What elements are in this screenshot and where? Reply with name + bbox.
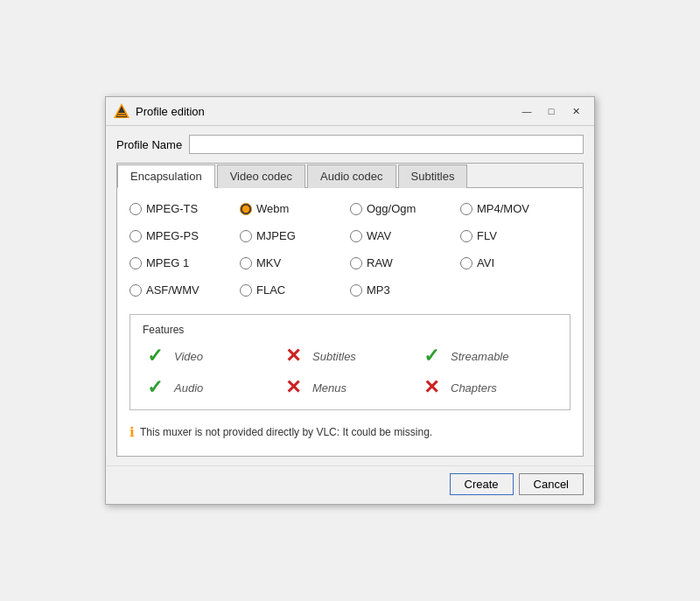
radio-raw[interactable]: RAW: [350, 256, 460, 269]
close-button[interactable]: ✕: [564, 102, 587, 120]
radio-webm[interactable]: Webm: [240, 202, 350, 215]
minimize-button[interactable]: —: [515, 102, 538, 120]
profile-edition-window: Profile edition — □ ✕ Profile Name Encap…: [105, 96, 595, 505]
radio-mpeg1[interactable]: MPEG 1: [130, 256, 240, 269]
video-check-icon: ✓: [143, 346, 167, 366]
radio-avi[interactable]: AVI: [460, 256, 570, 269]
streamable-check-icon: ✓: [419, 346, 444, 366]
window-title: Profile edition: [136, 105, 205, 118]
create-button[interactable]: Create: [450, 473, 514, 495]
cancel-button[interactable]: Cancel: [519, 473, 584, 495]
radio-placeholder: [460, 283, 570, 297]
radio-flac[interactable]: FLAC: [240, 283, 350, 297]
radio-mjpeg[interactable]: MJPEG: [240, 229, 350, 242]
subtitles-cross-icon: ✕: [281, 346, 305, 366]
profile-name-input[interactable]: [189, 135, 584, 154]
svg-rect-2: [118, 113, 125, 115]
titlebar: Profile edition — □ ✕: [106, 97, 594, 126]
main-content: Profile Name Encapsulation Video codec A…: [106, 126, 594, 465]
chapters-cross-icon: ✕: [419, 378, 444, 397]
features-grid: ✓ Video ✕ Subtitles: [143, 346, 557, 397]
radio-mpeg-ts[interactable]: MPEG-TS: [130, 202, 240, 215]
feature-chapters: ✕ Chapters: [419, 378, 557, 397]
tabs-container: Encapsulation Video codec Audio codec Su…: [116, 163, 584, 457]
svg-rect-3: [117, 115, 126, 116]
titlebar-left: Profile edition: [113, 102, 205, 120]
warning-row: ℹ This muxer is not provided directly by…: [130, 419, 570, 444]
audio-check-icon: ✓: [143, 378, 167, 397]
features-box: Features ✓ Video ✕: [130, 314, 570, 410]
feature-audio: ✓ Audio: [143, 378, 281, 397]
radio-mp3[interactable]: MP3: [350, 283, 460, 297]
profile-name-row: Profile Name: [116, 135, 584, 154]
encapsulation-options: MPEG-TS Webm Ogg/Ogm MP4/MOV: [130, 202, 570, 297]
profile-name-label: Profile Name: [116, 138, 182, 151]
footer: Create Cancel: [106, 465, 594, 504]
maximize-button[interactable]: □: [540, 102, 563, 120]
radio-flv[interactable]: FLV: [460, 229, 570, 242]
tab-video-codec[interactable]: Video codec: [217, 164, 305, 188]
feature-video: ✓ Video: [143, 346, 281, 366]
warning-text: This muxer is not provided directly by V…: [140, 426, 432, 438]
radio-mpeg-ps[interactable]: MPEG-PS: [130, 229, 240, 242]
radio-asf-wmv[interactable]: ASF/WMV: [130, 283, 240, 297]
tab-content-encapsulation: MPEG-TS Webm Ogg/Ogm MP4/MOV: [117, 188, 583, 456]
feature-subtitles: ✕ Subtitles: [281, 346, 419, 366]
radio-mp4-mov[interactable]: MP4/MOV: [460, 202, 570, 215]
tabs-header: Encapsulation Video codec Audio codec Su…: [117, 164, 583, 188]
titlebar-controls: — □ ✕: [515, 102, 587, 120]
vlc-icon: [113, 102, 130, 120]
radio-wav[interactable]: WAV: [350, 229, 460, 242]
features-title: Features: [143, 324, 557, 336]
tab-audio-codec[interactable]: Audio codec: [307, 164, 396, 188]
menus-cross-icon: ✕: [281, 378, 305, 397]
radio-ogg-ogm[interactable]: Ogg/Ogm: [350, 202, 460, 215]
feature-menus: ✕ Menus: [281, 378, 419, 397]
warning-icon: ℹ: [130, 424, 135, 440]
tab-subtitles[interactable]: Subtitles: [398, 164, 468, 188]
radio-mkv[interactable]: MKV: [240, 256, 350, 269]
feature-streamable: ✓ Streamable: [419, 346, 557, 366]
tab-encapsulation[interactable]: Encapsulation: [117, 164, 215, 188]
